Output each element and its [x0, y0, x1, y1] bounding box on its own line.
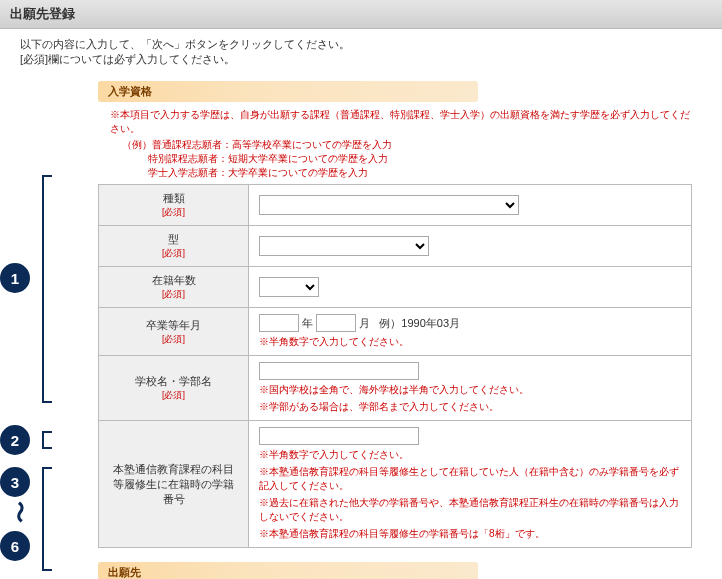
bracket-3to6 [42, 467, 52, 571]
label-gradym: 卒業等年月[必須] [99, 308, 249, 356]
page-title: 出願先登録 [10, 6, 75, 21]
sno-hint2: ※本塾通信教育課程の科目等履修生として在籍していた人（在籍中含む）のみ学籍番号を… [259, 465, 681, 493]
input-grad-year[interactable] [259, 314, 299, 332]
marker-2: 2 [0, 425, 30, 455]
section-head-qualification: 入学資格 [98, 81, 478, 102]
label-years: 在籍年数[必須] [99, 267, 249, 308]
label-school: 学校名・学部名[必須] [99, 356, 249, 421]
sno-hint4: ※本塾通信教育課程の科目等履修生の学籍番号は「8桁」です。 [259, 527, 681, 541]
section1-ex2: 特別課程志願者：短期大学卒業についての学歴を入力 [148, 152, 692, 166]
label-kata: 型[必須] [99, 226, 249, 267]
intro-text: 以下の内容に入力して、「次へ」ボタンをクリックしてください。 [必須]欄について… [0, 29, 722, 75]
section1-note: ※本項目で入力する学歴は、自身が出願する課程（普通課程、特別課程、学士入学）の出… [110, 108, 692, 136]
select-type[interactable] [259, 195, 519, 215]
select-kata[interactable] [259, 236, 429, 256]
bracket-1 [42, 175, 52, 403]
content: 1 2 3 〜 6 入学資格 ※本項目で入力する学歴は、自身が出願する課程（普通… [28, 81, 722, 579]
marker-1: 1 [0, 263, 30, 293]
bracket-2 [42, 431, 52, 449]
section-head-application: 出願先 [98, 562, 478, 579]
label-type: 種類[必須] [99, 185, 249, 226]
grad-hint: ※半角数字で入力してください。 [259, 335, 681, 349]
intro-line2: [必須]欄については必ず入力してください。 [20, 52, 702, 67]
school-hint2: ※学部がある場合は、学部名まで入力してください。 [259, 400, 681, 414]
section1-ex1: （例）普通課程志願者：高等学校卒業についての学歴を入力 [122, 138, 692, 152]
label-year-suffix: 年 [302, 317, 313, 329]
sno-hint3: ※過去に在籍された他大学の学籍番号や、本塾通信教育課程正科生の在籍時の学籍番号は… [259, 496, 681, 524]
marker-tilde: 〜 [4, 501, 34, 523]
grad-example: 例）1990年03月 [379, 317, 460, 329]
marker-6: 6 [0, 531, 30, 561]
intro-line1: 以下の内容に入力して、「次へ」ボタンをクリックしてください。 [20, 37, 702, 52]
label-studentno: 本塾通信教育課程の科目等履修生に在籍時の学籍番号 [99, 421, 249, 548]
input-grad-month[interactable] [316, 314, 356, 332]
title-bar: 出願先登録 [0, 0, 722, 29]
sno-hint1: ※半角数字で入力してください。 [259, 448, 681, 462]
school-hint1: ※国内学校は全角で、海外学校は半角で入力してください。 [259, 383, 681, 397]
input-studentno[interactable] [259, 427, 419, 445]
marker-3: 3 [0, 467, 30, 497]
label-month-suffix: 月 [359, 317, 370, 329]
section1-ex3: 学士入学志願者：大学卒業についての学歴を入力 [148, 166, 692, 180]
select-years[interactable] [259, 277, 319, 297]
qualification-table: 種類[必須] 型[必須] 在籍年数[必須] 卒業等年月[必須] 年 月 例）19… [98, 184, 692, 548]
input-school[interactable] [259, 362, 419, 380]
